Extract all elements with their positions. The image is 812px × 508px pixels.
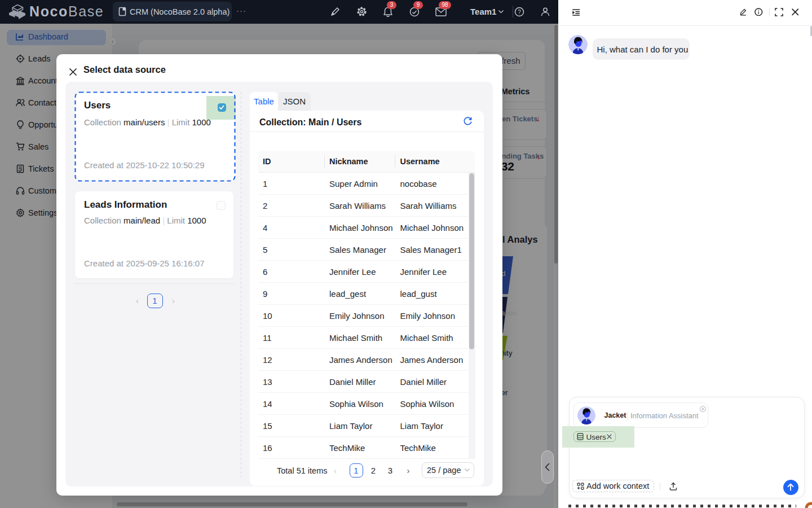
svg-text:?: ? [518, 9, 521, 15]
